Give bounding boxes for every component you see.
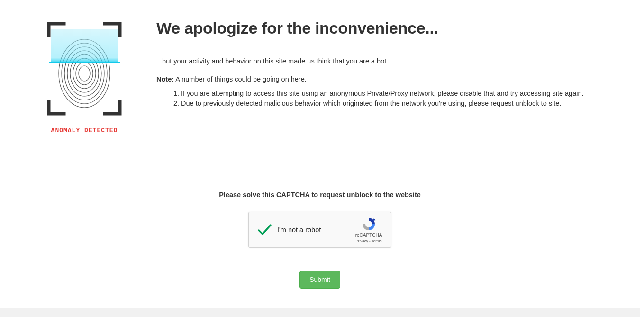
reason-item: If you are attempting to access this sit…: [181, 89, 611, 99]
recaptcha-widget[interactable]: I'm not a robot reCAPTCHA Privacy - Term…: [248, 212, 391, 248]
footer-bar: You reached this page when trying to acc…: [0, 308, 640, 317]
recaptcha-brand: reCAPTCHA Privacy - Terms: [352, 217, 385, 243]
anomaly-logo-column: ANOMALY DETECTED: [42, 19, 127, 134]
captcha-section: Please solve this CAPTCHA to request unb…: [0, 191, 640, 289]
content-column: We apologize for the inconvenience... ..…: [156, 19, 640, 113]
recaptcha-privacy-link[interactable]: Privacy: [356, 239, 368, 243]
recaptcha-terms-link[interactable]: Terms: [372, 239, 382, 243]
reasons-list: If you are attempting to access this sit…: [156, 89, 611, 109]
recaptcha-brand-text: reCAPTCHA: [352, 233, 385, 238]
page-title: We apologize for the inconvenience...: [156, 19, 611, 37]
recaptcha-logo-icon: [361, 217, 376, 232]
svg-marker-10: [372, 218, 376, 221]
submit-button[interactable]: Submit: [299, 271, 340, 289]
anomaly-detected-label: ANOMALY DETECTED: [51, 127, 118, 134]
recaptcha-links: Privacy - Terms: [352, 239, 385, 243]
note-rest: A number of things could be going on her…: [174, 75, 307, 83]
svg-rect-8: [51, 29, 118, 63]
intro-text: ...but your activity and behavior on thi…: [156, 57, 611, 65]
svg-point-1: [76, 62, 93, 85]
svg-point-0: [79, 66, 90, 81]
recaptcha-checkmark-icon: [255, 221, 273, 239]
reason-item: Due to previously detected malicious beh…: [181, 99, 611, 109]
captcha-title: Please solve this CAPTCHA to request unb…: [0, 191, 640, 199]
note-line: Note: A number of things could be going …: [156, 75, 611, 83]
note-label: Note:: [156, 75, 174, 83]
fingerprint-scan-icon: [44, 19, 125, 118]
main-container: ANOMALY DETECTED We apologize for the in…: [0, 0, 640, 134]
recaptcha-label: I'm not a robot: [277, 226, 352, 234]
